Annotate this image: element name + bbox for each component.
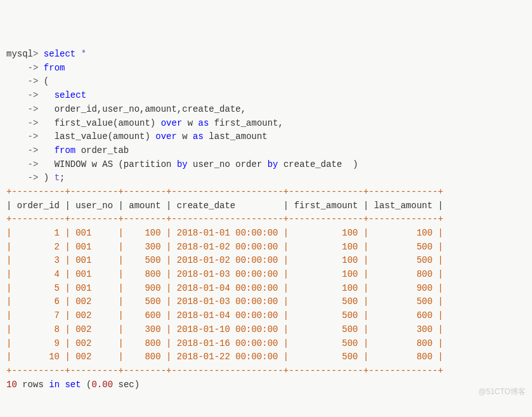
paren-open: ( [44, 76, 49, 86]
continuation: -> [28, 145, 39, 156]
table-separator: +----------+---------+--------+---------… [6, 187, 443, 197]
row-count: 10 [6, 380, 17, 390]
continuation: -> [28, 76, 39, 86]
continuation: -> [28, 63, 39, 73]
column-list: order_id,user_no,amount,create_date, [55, 104, 246, 114]
table-row: | 7 | 002 | 600 | 2018-01-04 00:00:00 | … [6, 310, 443, 321]
keyword-select: select [44, 49, 75, 59]
continuation: -> [28, 131, 39, 142]
keyword-from: from [44, 63, 65, 73]
continuation: -> [28, 118, 39, 128]
table-row: | 8 | 002 | 300 | 2018-01-10 00:00:00 | … [6, 324, 443, 334]
table-separator: +----------+---------+--------+---------… [6, 366, 443, 376]
keyword-select: select [55, 90, 86, 100]
table-row: | 4 | 001 | 800 | 2018-01-03 00:00:00 | … [6, 269, 443, 279]
prompt: mysql> [6, 49, 38, 59]
continuation: -> [28, 90, 39, 100]
continuation: -> [28, 104, 39, 114]
table-row: | 5 | 001 | 900 | 2018-01-04 00:00:00 | … [6, 283, 443, 293]
table-separator: +----------+---------+--------+---------… [6, 214, 443, 224]
table-row: | 2 | 001 | 300 | 2018-01-02 00:00:00 | … [6, 242, 443, 252]
table-row: | 9 | 002 | 800 | 2018-01-16 00:00:00 | … [6, 338, 443, 348]
table-row: | 3 | 001 | 500 | 2018-01-02 00:00:00 | … [6, 255, 443, 265]
table-row: | 1 | 001 | 100 | 2018-01-01 00:00:00 | … [6, 228, 443, 238]
star: * [81, 49, 86, 59]
watermark: @51CTO博客 [478, 386, 526, 398]
paren-close: ) [44, 173, 55, 183]
window-clause: WINDOW w AS (partition [55, 159, 177, 169]
func-first-value: first_value(amount) [55, 118, 161, 128]
continuation: -> [28, 159, 39, 169]
func-last-value: last_value(amount) [55, 131, 156, 142]
sql-terminal-output: mysql> select * -> from -> ( -> select -… [6, 48, 526, 392]
table-row: | 6 | 002 | 500 | 2018-01-03 00:00:00 | … [6, 296, 443, 307]
table-header: | order_id | user_no | amount | create_d… [6, 201, 443, 211]
continuation: -> [28, 173, 39, 183]
keyword-from: from [55, 145, 76, 156]
table-row: | 10 | 002 | 800 | 2018-01-22 00:00:00 |… [6, 352, 443, 362]
